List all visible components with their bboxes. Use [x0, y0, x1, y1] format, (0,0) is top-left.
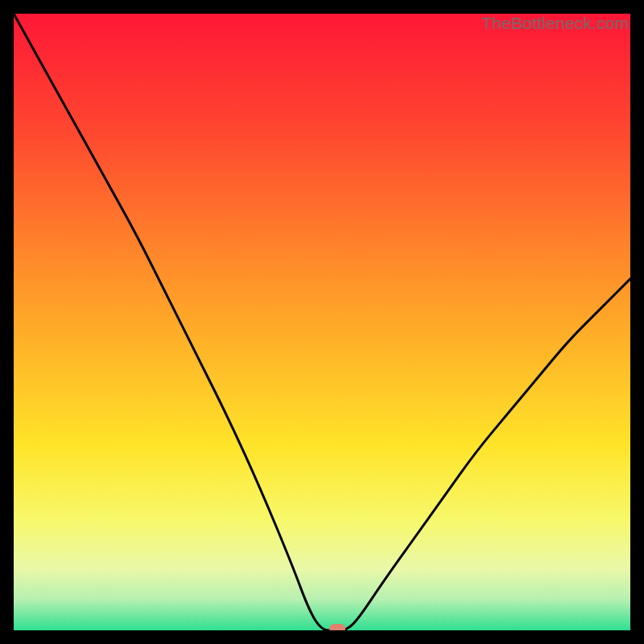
watermark-text: TheBottleneck.com: [481, 14, 629, 33]
chart-svg: [14, 14, 630, 630]
chart-frame: TheBottleneck.com: [14, 14, 630, 630]
optimal-marker: [329, 624, 345, 630]
chart-background: [14, 14, 630, 630]
